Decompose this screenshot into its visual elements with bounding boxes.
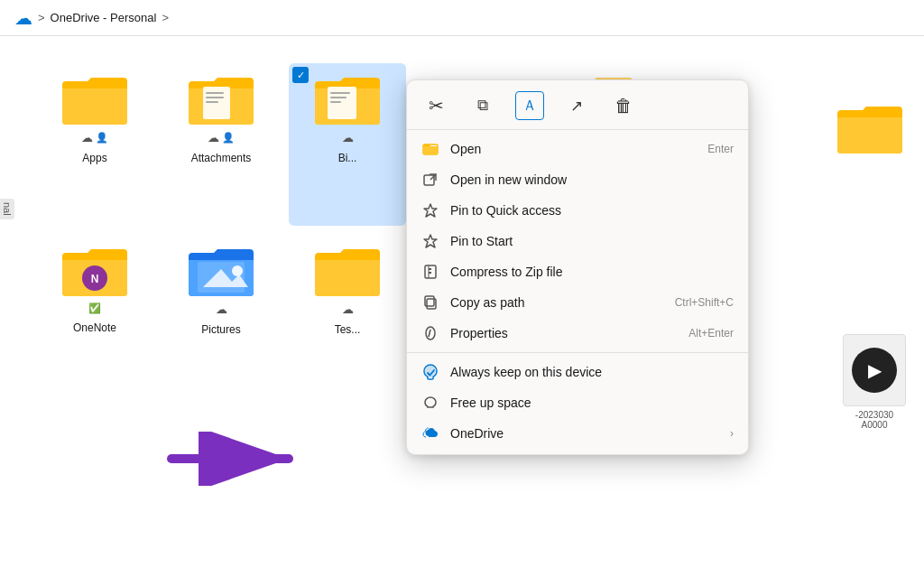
free-space-label: Free up space — [450, 396, 734, 410]
folder-item-apps[interactable]: ☁ 👤 Apps — [36, 63, 153, 226]
open-icon — [421, 140, 439, 158]
svg-rect-7 — [330, 101, 341, 103]
bi-label: Bi... — [338, 152, 357, 166]
copy-path-icon — [421, 293, 439, 312]
folder-item-attachments[interactable]: ☁ 👤 Attachments — [162, 63, 280, 226]
breadcrumb-path[interactable]: OneDrive - Personal — [51, 11, 157, 24]
open-new-window-icon — [421, 171, 439, 189]
attachments-cloud-icon: ☁ — [208, 131, 219, 144]
always-keep-label: Always keep on this device — [450, 365, 734, 379]
breadcrumb-sep1: > — [38, 11, 45, 24]
attachments-label: Attachments — [191, 152, 252, 166]
folder-icon-apps — [59, 70, 131, 128]
properties-shortcut: Alt+Enter — [688, 327, 734, 340]
svg-rect-6 — [330, 97, 346, 98]
arrow-svg — [162, 432, 307, 486]
apps-cloud-icon: ☁ — [81, 131, 93, 144]
pin-start-label: Pin to Start — [450, 234, 734, 248]
folder-icon-pictures — [185, 242, 257, 300]
breadcrumb-sep2: > — [162, 11, 169, 24]
folder-item-tes[interactable]: ☁ Tes... — [289, 235, 406, 397]
folder-item-pictures[interactable]: ☁ Pictures — [162, 235, 280, 397]
svg-rect-2 — [206, 97, 224, 98]
attachments-sync-status: ☁ 👤 — [208, 131, 235, 144]
svg-line-27 — [429, 330, 430, 337]
compress-zip-icon — [421, 263, 439, 281]
svg-rect-1 — [206, 92, 224, 94]
free-space-menu-item[interactable]: Free up space — [407, 387, 748, 418]
folder-item-onenote[interactable]: N ✅ OneNote — [36, 235, 153, 397]
properties-icon — [421, 324, 439, 342]
onedrive-cloud-icon: ☁ — [14, 7, 32, 29]
compress-zip-menu-item[interactable]: Compress to Zip file — [407, 256, 748, 287]
folder-icon-bi — [311, 70, 383, 128]
open-new-window-label: Open in new window — [450, 172, 734, 187]
rename-button[interactable]: Ａ — [515, 91, 544, 120]
arrow-indicator — [162, 432, 307, 496]
tes-cloud-icon: ☁ — [342, 302, 354, 316]
title-bar: ☁ > OneDrive - Personal > — [0, 0, 924, 36]
svg-rect-17 — [423, 146, 438, 154]
onedrive-icon — [421, 424, 439, 442]
open-new-window-menu-item[interactable]: Open in new window — [407, 164, 748, 195]
svg-point-12 — [232, 265, 243, 276]
left-panel-label: nal — [0, 199, 14, 219]
always-keep-menu-item[interactable]: Always keep on this device — [407, 357, 748, 387]
compress-zip-label: Compress to Zip file — [450, 265, 734, 279]
open-label: Open — [450, 142, 697, 156]
svg-point-26 — [426, 327, 435, 340]
properties-label: Properties — [450, 326, 678, 340]
bi-cloud-icon: ☁ — [342, 131, 354, 144]
copy-path-menu-item[interactable]: Copy as path Ctrl+Shift+C — [407, 287, 748, 318]
pin-start-icon — [421, 232, 439, 250]
onenote-sync-status: ✅ — [88, 302, 101, 314]
svg-text:N: N — [91, 273, 99, 285]
copy-path-shortcut: Ctrl+Shift+C — [675, 296, 734, 309]
context-menu-toolbar: ✂ ⧉ Ａ ↗ 🗑 — [407, 86, 748, 130]
bi-sync-status: ☁ — [342, 131, 354, 144]
onenote-label: OneNote — [73, 321, 116, 336]
delete-button[interactable]: 🗑 — [609, 91, 638, 120]
apps-user-icon: 👤 — [96, 132, 108, 144]
context-menu-separator — [407, 352, 748, 353]
content-area: nal ☁ 👤 Apps — [0, 36, 924, 577]
attachments-user-icon: 👤 — [222, 132, 235, 144]
pin-quick-access-icon — [421, 201, 439, 219]
cut-button[interactable]: ✂ — [421, 91, 450, 120]
apps-label: Apps — [82, 152, 106, 166]
apps-sync-status: ☁ 👤 — [81, 131, 108, 144]
right-folder-icon — [834, 99, 906, 157]
pin-start-menu-item[interactable]: Pin to Start — [407, 226, 748, 256]
folder-item-bi[interactable]: ☁ Bi... — [289, 63, 406, 226]
copy-path-label: Copy as path — [450, 295, 664, 310]
pictures-cloud-icon: ☁ — [216, 302, 227, 316]
always-keep-icon — [421, 363, 439, 381]
media-file-thumbnail[interactable]: ▶ -2023030A0000 — [843, 334, 906, 430]
svg-rect-3 — [206, 101, 218, 103]
pictures-sync-status: ☁ — [216, 302, 227, 316]
pin-quick-access-label: Pin to Quick access — [450, 203, 734, 218]
folder-icon-onenote: N — [59, 242, 131, 300]
svg-rect-23 — [429, 272, 431, 274]
onedrive-menu-item[interactable]: OneDrive › — [407, 418, 748, 449]
share-button[interactable]: ↗ — [562, 91, 591, 120]
right-invoice-folder[interactable] — [834, 99, 906, 161]
copy-button[interactable]: ⧉ — [468, 91, 497, 120]
tes-sync-status: ☁ — [342, 302, 354, 316]
properties-menu-item[interactable]: Properties Alt+Enter — [407, 318, 748, 349]
open-shortcut: Enter — [707, 143, 734, 155]
svg-rect-22 — [429, 268, 431, 270]
onedrive-label: OneDrive — [450, 426, 716, 441]
open-menu-item[interactable]: Open Enter — [407, 134, 748, 164]
folder-icon-tes — [311, 242, 383, 300]
onenote-check-icon: ✅ — [88, 302, 101, 314]
tes-label: Tes... — [335, 323, 361, 338]
pictures-label: Pictures — [201, 323, 240, 338]
free-space-icon — [421, 394, 439, 412]
context-menu: ✂ ⧉ Ａ ↗ 🗑 Open Enter Open in new window — [406, 79, 749, 455]
pin-quick-access-menu-item[interactable]: Pin to Quick access — [407, 195, 748, 226]
onedrive-arrow-icon: › — [730, 427, 734, 440]
folder-icon-attachments — [185, 70, 257, 128]
svg-rect-5 — [330, 92, 350, 94]
